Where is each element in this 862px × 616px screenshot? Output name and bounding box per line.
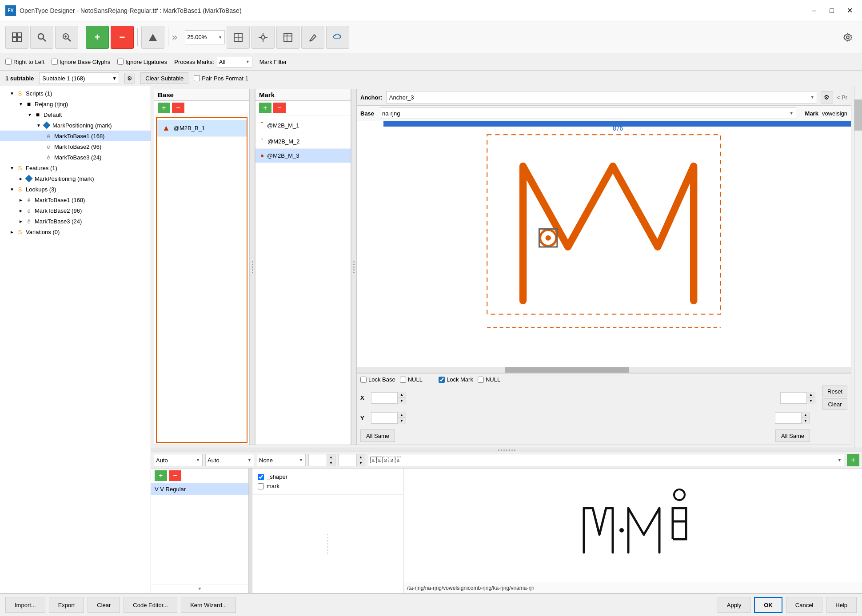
variations-expand-icon[interactable]: ► [9, 229, 15, 235]
close-button[interactable]: ✕ [842, 5, 857, 16]
default-expand-icon[interactable]: ▼ [27, 111, 33, 118]
reset-button[interactable]: Reset [822, 385, 847, 397]
crosshair-button[interactable] [251, 26, 275, 49]
num2-down[interactable]: ▼ [357, 460, 365, 466]
ignore-base-glyphs-checkbox[interactable]: Ignore Base Glyphs [52, 59, 110, 65]
num2-input[interactable]: 64 [338, 454, 357, 466]
lock-base-checkbox[interactable]: Lock Base [360, 376, 395, 383]
mark-shaper-checkbox[interactable]: mark [258, 481, 398, 491]
mark-x-input[interactable]: 97 [780, 392, 807, 404]
apply-button[interactable]: Apply [718, 597, 751, 613]
base-mark-drag-handle[interactable] [250, 89, 255, 445]
right-scroll-thumb[interactable] [854, 99, 862, 131]
bottom-left-remove-button[interactable]: − [169, 470, 181, 481]
markpos-default-expand-icon[interactable]: ▼ [36, 122, 42, 128]
mark-x-up[interactable]: ▲ [807, 392, 815, 398]
maximize-button[interactable]: □ [825, 5, 839, 16]
lookup-button[interactable] [55, 26, 78, 49]
anchor-settings-button[interactable]: ⚙ [821, 91, 833, 103]
subtable-combo[interactable]: Subtable 1 (168) [39, 72, 119, 84]
cloud-button[interactable] [326, 26, 349, 49]
remove-item-button[interactable]: − [111, 26, 134, 49]
mark-anchor-drag-handle[interactable] [351, 89, 356, 445]
mark-item-1[interactable]: ˋ @M2B_M_2 [255, 134, 351, 149]
auto1-select[interactable]: Auto Manual [154, 454, 203, 466]
import-button[interactable]: Import... [5, 597, 45, 613]
right-scrollbar[interactable] [854, 86, 862, 448]
mark-remove-button[interactable]: − [273, 103, 286, 113]
num1-down[interactable]: ▼ [327, 460, 335, 466]
add-item-button[interactable]: + [86, 26, 109, 49]
mark-shaper-input[interactable] [258, 483, 264, 489]
tree-features-section[interactable]: ▼ S Features (1) [0, 163, 151, 173]
tree-rejang[interactable]: ▼ ■ Rejang (rjng) [0, 99, 151, 109]
table-button[interactable] [276, 26, 299, 49]
none-select[interactable]: None Latin Arabic [257, 454, 306, 466]
lookup-mtb1-expand-icon[interactable]: ► [18, 197, 24, 203]
mark-item-2[interactable]: @M2B_M_3 [255, 149, 351, 163]
right-to-left-checkbox[interactable]: Right to Left [5, 59, 44, 65]
base-y-input[interactable]: 341 [371, 412, 398, 424]
lookup-mtb2-expand-icon[interactable]: ► [18, 207, 24, 214]
subtable-settings-button[interactable]: ⚙ [124, 73, 135, 83]
base-item-0[interactable]: ▲ @M2B_B_1 [157, 120, 247, 137]
add-feature-text-button[interactable]: + [847, 454, 859, 466]
brush-button[interactable] [301, 26, 324, 49]
shaper-checkbox[interactable]: _shaper [258, 472, 398, 481]
ok-button[interactable]: OK [754, 597, 782, 613]
base-add-button[interactable]: + [158, 103, 170, 113]
num1-input[interactable]: 1 [308, 454, 327, 466]
tree-marktobase2[interactable]: ê MarkToBase2 (96) [0, 141, 151, 152]
base-x-up[interactable]: ▲ [398, 392, 406, 398]
scripts-expand-icon[interactable]: ▼ [9, 90, 15, 96]
vertical-drag-handle[interactable] [151, 448, 862, 452]
zoom-fit-button[interactable] [227, 26, 250, 49]
help-button[interactable]: Help [826, 597, 857, 613]
process-marks-select[interactable]: All [217, 56, 252, 68]
null-base-checkbox[interactable]: NULL [400, 376, 423, 383]
rejang-expand-icon[interactable]: ▼ [18, 101, 24, 107]
base-all-same-button[interactable]: All Same [360, 429, 395, 442]
features-expand-icon[interactable]: ▼ [9, 165, 15, 171]
mark-x-down[interactable]: ▼ [807, 398, 815, 404]
base-y-down[interactable]: ▼ [398, 418, 406, 424]
base-glyph-select[interactable]: na-rjng [380, 107, 796, 119]
base-remove-button[interactable]: − [172, 103, 184, 113]
tree-marktobase1[interactable]: ê MarkToBase1 (168) [0, 131, 151, 141]
mark-item-0[interactable]: ˆ @M2B_M_1 [255, 117, 351, 134]
canvas-scrollbar-h[interactable] [357, 367, 851, 373]
tree-lookup-mtb1[interactable]: ► ê MarkToBase1 (168) [0, 195, 151, 205]
lock-mark-checkbox[interactable]: Lock Mark [439, 376, 473, 383]
minimize-button[interactable]: – [807, 5, 821, 16]
bottom-left-scroll-down[interactable]: ▼ [151, 584, 248, 593]
tree-variations-section[interactable]: ► S Variations (0) [0, 227, 151, 237]
clear-anchor-button[interactable]: Clear [822, 398, 847, 410]
grid-tool-button[interactable] [5, 26, 28, 49]
ignore-ligatures-input[interactable] [117, 59, 124, 65]
base-x-input[interactable]: 58 [371, 392, 398, 404]
tree-marktobase3[interactable]: ê MarkToBase3 (24) [0, 152, 151, 163]
mark-y-input[interactable]: 126 [775, 412, 802, 424]
null-mark-checkbox[interactable]: NULL [478, 376, 500, 383]
null-mark-input[interactable] [478, 377, 484, 383]
base-y-up[interactable]: ▲ [398, 412, 406, 418]
mark-y-up[interactable]: ▲ [802, 412, 810, 418]
tree-scripts-section[interactable]: ▼ S Scripts (1) [0, 88, 151, 99]
export-button[interactable]: Export [49, 597, 84, 613]
code-editor-button[interactable]: Code Editor... [124, 597, 177, 613]
markpos-feature-expand-icon[interactable]: ► [18, 175, 24, 182]
zoom-select[interactable]: 10.00% 25.00% 50.00% 75.00% 100.00% 150.… [185, 30, 225, 44]
tree-lookups-section[interactable]: ▼ S Lookups (3) [0, 184, 151, 195]
tree-lookup-mtb2[interactable]: ► ê MarkToBase2 (96) [0, 205, 151, 216]
tree-markpos-default[interactable]: ▼ MarkPositioning (mark) [0, 120, 151, 131]
bottom-left-add-button[interactable]: + [155, 470, 167, 481]
base-x-down[interactable]: ▼ [398, 398, 406, 404]
ignore-base-glyphs-input[interactable] [52, 59, 58, 65]
num2-up[interactable]: ▲ [357, 454, 365, 460]
lookup-mtb3-expand-icon[interactable]: ► [18, 218, 24, 224]
ignore-ligatures-checkbox[interactable]: Ignore Ligatures [117, 59, 167, 65]
feature-text-select[interactable]: 𑀃𑀃𑀃𑀃𑀃 [368, 454, 844, 466]
anchor-select[interactable]: Anchor_1 Anchor_2 Anchor_3 [386, 91, 817, 103]
bottom-split-divider[interactable] [249, 469, 252, 593]
pair-pos-checkbox[interactable]: Pair Pos Format 1 [194, 75, 248, 82]
